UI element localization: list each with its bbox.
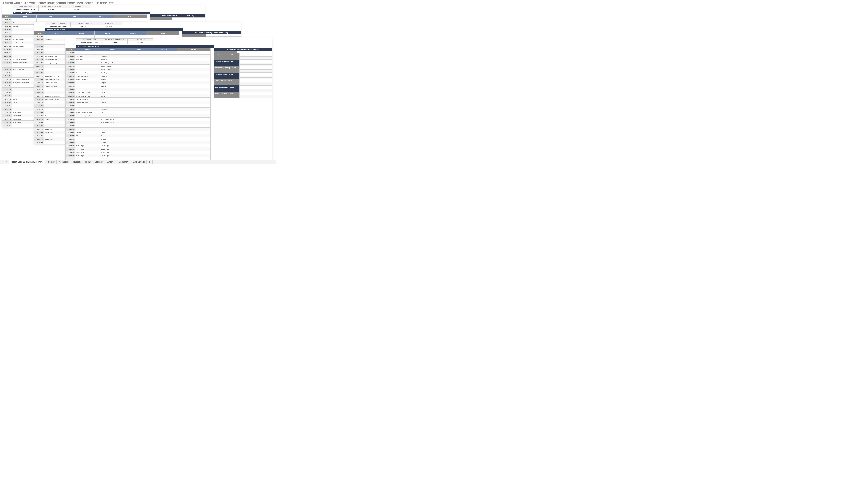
schedule-cell[interactable]: [151, 71, 177, 74]
schedule-cell[interactable]: [75, 104, 100, 108]
schedule-cell[interactable]: [177, 71, 211, 74]
schedule-cell[interactable]: [151, 111, 177, 114]
schedule-cell[interactable]: [88, 18, 114, 21]
schedule-cell[interactable]: Dinner: [75, 131, 100, 134]
schedule-cell[interactable]: [177, 74, 211, 78]
schedule-cell[interactable]: Reading: [100, 71, 126, 74]
schedule-cell[interactable]: [177, 154, 211, 157]
schedule-cell[interactable]: Chores: [100, 141, 126, 144]
schedule-cell[interactable]: Reading: [100, 74, 126, 78]
schedule-cell[interactable]: [126, 58, 151, 61]
schedule-cell[interactable]: Movie Night: [100, 144, 126, 147]
tab-list-icon[interactable]: ≡: [4, 160, 9, 164]
schedule-cell[interactable]: [75, 141, 100, 144]
schedule-cell[interactable]: [126, 71, 151, 74]
schedule-cell[interactable]: [44, 65, 69, 68]
schedule-cell[interactable]: [151, 68, 177, 71]
schedule-cell[interactable]: [177, 134, 211, 138]
schedule-cell[interactable]: [177, 94, 211, 98]
schedule-cell[interactable]: Chores: [100, 138, 126, 141]
schedule-cell[interactable]: [44, 108, 69, 111]
schedule-cell[interactable]: Video meeting w/ client: [75, 111, 100, 114]
schedule-cell[interactable]: [126, 118, 151, 121]
schedule-cell[interactable]: [151, 101, 177, 104]
schedule-cell[interactable]: [44, 51, 69, 55]
schedule-cell[interactable]: [12, 84, 37, 88]
schedule-cell[interactable]: [12, 107, 37, 111]
schedule-cell[interactable]: Language: [100, 104, 126, 108]
schedule-cell[interactable]: [12, 91, 37, 94]
schedule-cell[interactable]: Video meeting w/ client: [44, 94, 69, 98]
schedule-cell[interactable]: [75, 127, 100, 131]
schedule-cell[interactable]: Movie night: [44, 131, 69, 134]
overview-cell[interactable]: [239, 63, 272, 65]
overview-cell[interactable]: [239, 76, 272, 77]
schedule-cell[interactable]: [100, 124, 126, 127]
schedule-cell[interactable]: [126, 94, 151, 98]
schedule-cell[interactable]: [126, 51, 151, 55]
schedule-cell[interactable]: [177, 68, 211, 71]
schedule-cell[interactable]: Movie night: [12, 118, 37, 121]
schedule-cell[interactable]: [12, 94, 37, 97]
schedule-cell[interactable]: Movie night: [12, 114, 37, 118]
sheet-tab[interactable]: Friday: [83, 160, 93, 164]
schedule-cell[interactable]: Science: [100, 88, 126, 91]
schedule-cell[interactable]: [126, 151, 151, 154]
schedule-cell[interactable]: Language: [100, 108, 126, 111]
schedule-cell[interactable]: [177, 61, 211, 65]
schedule-cell[interactable]: [151, 88, 177, 91]
schedule-cell[interactable]: Breakfast: [100, 58, 126, 61]
schedule-cell[interactable]: Recess with kids: [75, 101, 100, 104]
schedule-cell[interactable]: [151, 55, 177, 58]
schedule-cell[interactable]: [177, 55, 211, 58]
schedule-cell[interactable]: Morning meeting: [44, 61, 69, 65]
schedule-cell[interactable]: [44, 35, 69, 38]
schedule-cell[interactable]: Movie Night: [100, 151, 126, 154]
schedule-cell[interactable]: Movie Night: [100, 154, 126, 157]
schedule-cell[interactable]: [126, 141, 151, 144]
add-sheet-button[interactable]: +: [147, 160, 152, 164]
schedule-cell[interactable]: [44, 44, 69, 48]
schedule-cell[interactable]: [126, 138, 151, 141]
schedule-cell[interactable]: [44, 71, 69, 74]
schedule-cell[interactable]: [75, 85, 100, 88]
overview-cell[interactable]: [239, 58, 272, 60]
schedule-cell[interactable]: Video meeting w/ client: [44, 98, 69, 101]
schedule-cell[interactable]: English: [100, 78, 126, 81]
schedule-cell[interactable]: [177, 141, 211, 144]
schedule-cell[interactable]: Lunch: [100, 91, 126, 94]
schedule-cell[interactable]: [44, 111, 69, 114]
schedule-cell[interactable]: [126, 88, 151, 91]
schedule-cell[interactable]: Video lunch w/ Pete: [12, 58, 37, 61]
schedule-cell[interactable]: Movie night: [12, 121, 37, 124]
schedule-cell[interactable]: [126, 121, 151, 124]
schedule-cell[interactable]: Movie night: [44, 134, 69, 138]
schedule-cell[interactable]: Dinner: [12, 97, 37, 101]
schedule-cell[interactable]: Movie night: [75, 144, 100, 147]
schedule-cell[interactable]: [177, 118, 211, 121]
schedule-cell[interactable]: [126, 131, 151, 134]
schedule-cell[interactable]: [12, 74, 37, 77]
schedule-cell[interactable]: [126, 55, 151, 58]
overview-cell[interactable]: [239, 66, 272, 69]
schedule-cell[interactable]: [44, 141, 69, 144]
schedule-cell[interactable]: [177, 138, 211, 141]
schedule-cell[interactable]: [177, 85, 211, 88]
schedule-cell[interactable]: [75, 124, 100, 127]
schedule-cell[interactable]: [151, 134, 177, 138]
schedule-cell[interactable]: [126, 147, 151, 151]
schedule-cell[interactable]: Video lunch w/ Pete: [44, 74, 69, 78]
schedule-cell[interactable]: [151, 138, 177, 141]
schedule-cell[interactable]: Dinner: [12, 101, 37, 104]
schedule-cell[interactable]: [37, 18, 62, 21]
schedule-cell[interactable]: Recess with kids: [44, 81, 69, 85]
schedule-cell[interactable]: [75, 65, 100, 68]
schedule-cell[interactable]: Breakfast: [12, 24, 37, 28]
schedule-cell[interactable]: [126, 65, 151, 68]
schedule-cell[interactable]: [177, 58, 211, 61]
overview-cell[interactable]: [239, 69, 272, 71]
schedule-cell[interactable]: Video lunch w/ Pete: [75, 91, 100, 94]
schedule-cell[interactable]: Math: [100, 111, 126, 114]
overview-cell[interactable]: [239, 89, 272, 90]
schedule-cell[interactable]: [177, 81, 211, 85]
